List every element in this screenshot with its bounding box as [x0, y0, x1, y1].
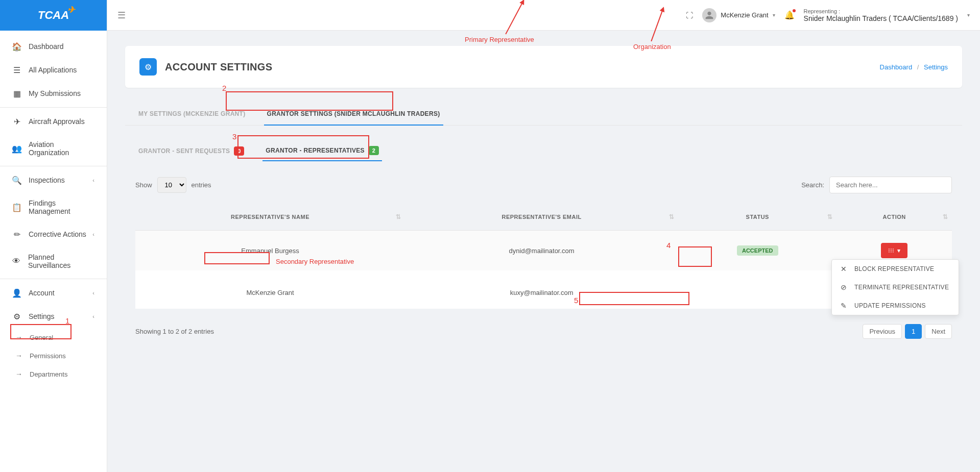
- sidebar-item-dashboard[interactable]: 🏠 Dashboard: [0, 35, 107, 58]
- dropdown-block-representative[interactable]: ✕ BLOCK REPRESENTATIVE: [832, 260, 959, 278]
- sidebar-sub-label: General: [30, 334, 53, 341]
- cell-status: [678, 270, 836, 309]
- sidebar-item-aircraft-approvals[interactable]: ✈ Aircraft Approvals: [0, 110, 107, 133]
- plane-icon: ✈: [12, 117, 21, 126]
- dropdown-label: TERMINATE REPRESENTATIVE: [854, 284, 949, 291]
- entries-select[interactable]: 10: [157, 177, 186, 193]
- breadcrumb-settings[interactable]: Settings: [924, 63, 948, 71]
- sidebar-item-label: Aviation Organization: [29, 140, 94, 157]
- home-icon: 🏠: [12, 42, 21, 51]
- chevron-left-icon: ‹: [92, 231, 94, 237]
- sidebar-item-account[interactable]: 👤 Account ‹: [0, 281, 107, 305]
- sidebar-item-settings[interactable]: ⚙ Settings ‹: [0, 305, 107, 328]
- annotation-num-3: 3: [232, 132, 236, 141]
- sidebar-item-inspections[interactable]: 🔍 Inspections ‹: [0, 168, 107, 192]
- sidebar-sub-departments[interactable]: → Departments: [0, 365, 107, 383]
- representing-label: Representing :: [804, 8, 958, 14]
- sort-icon: ⇅: [827, 213, 833, 220]
- sidebar-item-label: Inspections: [29, 176, 65, 184]
- sidebar-sub-label: Permissions: [30, 352, 66, 360]
- cell-email: dynid@mailinator.com: [405, 231, 678, 271]
- sidebar-item-label: Settings: [29, 312, 55, 320]
- arrow-right-icon: →: [15, 333, 22, 341]
- col-email[interactable]: REPRESENTATIVE'S EMAIL⇅: [405, 204, 678, 231]
- col-status[interactable]: STATUS⇅: [678, 204, 836, 231]
- sidebar-item-aviation-organization[interactable]: 👥 Aviation Organization: [0, 133, 107, 164]
- dropdown-terminate-representative[interactable]: ⊘ TERMINATE REPRESENTATIVE: [832, 278, 959, 296]
- chevron-down-icon: ▾: [773, 12, 775, 18]
- sidebar-sub-permissions[interactable]: → Permissions: [0, 346, 107, 365]
- dropdown-label: BLOCK REPRESENTATIVE: [854, 265, 934, 272]
- sidebar-item-findings-management[interactable]: 📋 Findings Management: [0, 192, 107, 222]
- col-name[interactable]: REPRESENTATIVE'S NAME⇅: [135, 204, 405, 231]
- list-icon: ☰: [12, 65, 21, 74]
- sidebar-sub-label: Departments: [30, 370, 67, 378]
- plane-icon: ✈: [67, 4, 75, 15]
- tab-my-settings[interactable]: MY SETTINGS (MCKENZIE GRANT): [135, 103, 249, 125]
- cell-name: McKenzie Grant: [135, 270, 405, 309]
- chevron-left-icon: ‹: [92, 290, 94, 296]
- sidebar-item-my-submissions[interactable]: ▦ My Submissions: [0, 82, 107, 105]
- cell-email: kuxy@mailinator.com: [405, 270, 678, 309]
- sidebar-item-corrective-actions[interactable]: ✏ Corrective Actions ‹: [0, 222, 107, 246]
- sidebar-item-all-applications[interactable]: ☰ All Applications: [0, 58, 107, 82]
- grid-icon: ▦: [12, 89, 21, 98]
- tab-sent-requests[interactable]: GRANTOR - SENT REQUESTS 0: [135, 141, 247, 161]
- action-dropdown: ✕ BLOCK REPRESENTATIVE ⊘ TERMINATE REPRE…: [831, 259, 959, 315]
- close-icon: ✕: [840, 265, 847, 273]
- tab-label: MY SETTINGS (MCKENZIE GRANT): [138, 110, 246, 117]
- sidebar-item-label: Corrective Actions: [29, 230, 86, 238]
- sidebar-item-label: Aircraft Approvals: [29, 117, 85, 126]
- tabs-outer: MY SETTINGS (MCKENZIE GRANT) GRANTOR SET…: [125, 103, 962, 126]
- tab-label: GRANTOR SETTINGS (SNIDER MCLAUGHLIN TRAD…: [267, 110, 440, 117]
- search-doc-icon: 🔍: [12, 176, 21, 185]
- chevron-down-icon[interactable]: ▾: [967, 12, 970, 18]
- chevron-left-icon: ‹: [92, 177, 94, 183]
- tab-grantor-settings[interactable]: GRANTOR SETTINGS (SNIDER MCLAUGHLIN TRAD…: [264, 103, 443, 126]
- representing-selector[interactable]: Representing : Snider Mclaughlin Traders…: [804, 8, 958, 22]
- sidebar-item-label: Account: [29, 289, 55, 297]
- sidebar-item-planned-surveillances[interactable]: 👁 Planned Surveillances: [0, 246, 107, 277]
- sort-icon: ⇅: [669, 213, 675, 220]
- page-1-button[interactable]: 1: [905, 324, 922, 339]
- hamburger-icon[interactable]: ☰: [117, 10, 126, 21]
- annotation-primary-rep: Primary Representative: [465, 36, 534, 43]
- tab-label: GRANTOR - SENT REQUESTS: [138, 147, 230, 155]
- badge-count: 2: [369, 146, 379, 155]
- breadcrumb: Dashboard / Settings: [880, 63, 948, 71]
- person-icon: 👤: [12, 288, 21, 297]
- col-action[interactable]: ACTION⇅: [836, 204, 952, 231]
- pagination: Previous 1 Next: [863, 324, 952, 339]
- logo: ✈ TCAA: [0, 0, 107, 31]
- gear-icon: ⚙: [139, 58, 157, 76]
- next-button[interactable]: Next: [925, 324, 952, 339]
- more-icon: ⁝⁝⁝: [888, 247, 894, 254]
- search-input[interactable]: [829, 177, 952, 193]
- user-menu[interactable]: McKenzie Grant ▾: [702, 8, 775, 22]
- show-label: Show: [135, 181, 152, 189]
- dropdown-update-permissions[interactable]: ✎ UPDATE PERMISSIONS: [832, 296, 959, 315]
- prev-button[interactable]: Previous: [863, 324, 902, 339]
- block-icon: ⊘: [840, 283, 847, 291]
- breadcrumb-dashboard[interactable]: Dashboard: [880, 63, 913, 71]
- tab-representatives[interactable]: GRANTOR - REPRESENTATIVES 2: [262, 141, 382, 161]
- page-title: ACCOUNT SETTINGS: [165, 61, 272, 73]
- chevron-left-icon: ‹: [92, 313, 94, 319]
- page-header: ⚙ ACCOUNT SETTINGS Dashboard / Settings: [125, 46, 962, 88]
- sidebar-item-label: Planned Surveillances: [28, 253, 94, 269]
- arrow-right-icon: →: [15, 352, 22, 360]
- representing-value: Snider Mclaughlin Traders ( TCAA/Clients…: [804, 14, 958, 22]
- people-icon: 👥: [12, 144, 21, 153]
- notifications-icon[interactable]: 🔔: [784, 10, 795, 20]
- pencil-icon: ✏: [12, 230, 21, 239]
- fullscreen-icon[interactable]: ⛶: [686, 11, 693, 19]
- entries-label: entries: [192, 181, 211, 189]
- action-menu-button[interactable]: ⁝⁝⁝ ▾: [881, 243, 907, 258]
- pencil-icon: ✎: [840, 302, 847, 310]
- sidebar-sub-general[interactable]: → General: [0, 328, 107, 346]
- tab-label: GRANTOR - REPRESENTATIVES: [266, 147, 365, 154]
- status-badge: ACCEPTED: [737, 245, 778, 256]
- sidebar-item-label: Dashboard: [29, 42, 64, 51]
- sidebar: ✈ TCAA 🏠 Dashboard ☰ All Applications ▦ …: [0, 0, 107, 472]
- topbar: ☰ ⛶ McKenzie Grant ▾ 🔔 Representing : Sn…: [107, 0, 980, 31]
